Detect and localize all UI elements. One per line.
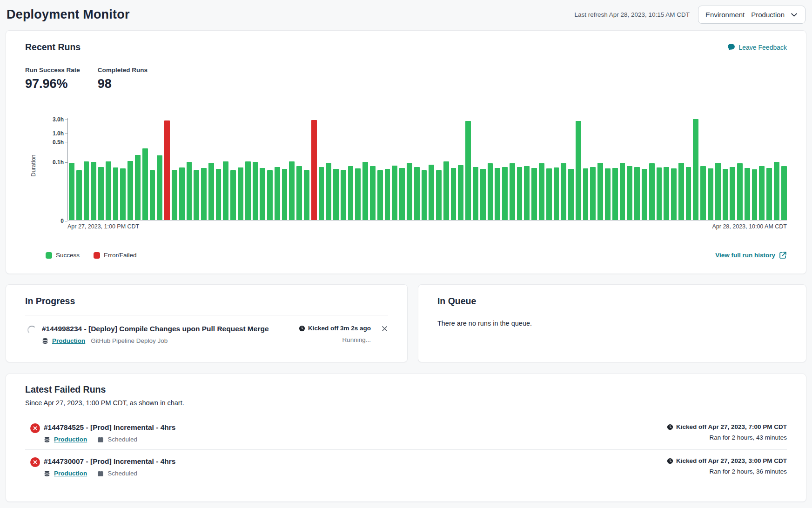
run-bar-success[interactable]	[142, 148, 148, 220]
run-bar-success[interactable]	[568, 169, 574, 220]
run-bar-success[interactable]	[414, 167, 420, 220]
run-bar-success[interactable]	[194, 170, 199, 220]
run-bar-success[interactable]	[91, 162, 96, 220]
run-bar-success[interactable]	[362, 162, 368, 220]
run-bar-success[interactable]	[187, 162, 192, 220]
run-bar-success[interactable]	[238, 167, 243, 220]
run-bar-success[interactable]	[686, 167, 691, 220]
run-bar-success[interactable]	[524, 166, 530, 220]
run-bar-success[interactable]	[392, 166, 397, 220]
run-bar-success[interactable]	[319, 167, 324, 220]
run-bar-success[interactable]	[399, 168, 405, 220]
run-bar-success[interactable]	[429, 165, 434, 220]
run-bar-success[interactable]	[597, 163, 603, 220]
run-bar-success[interactable]	[517, 167, 523, 220]
run-bar-success[interactable]	[649, 163, 655, 220]
run-bar-success[interactable]	[157, 155, 162, 220]
run-bar-success[interactable]	[759, 166, 765, 220]
run-bar-success[interactable]	[245, 161, 251, 220]
run-bar-success[interactable]	[98, 167, 104, 220]
run-bar-success[interactable]	[693, 119, 698, 220]
run-bar-success[interactable]	[326, 163, 331, 220]
run-bar-success[interactable]	[473, 167, 478, 220]
run-bar-success[interactable]	[179, 167, 185, 220]
run-bar-success[interactable]	[546, 168, 552, 220]
run-bar-success[interactable]	[84, 161, 89, 220]
run-bar-success[interactable]	[348, 166, 354, 220]
run-bar-success[interactable]	[333, 169, 339, 220]
run-bar-success[interactable]	[76, 170, 82, 220]
run-bar-success[interactable]	[150, 170, 155, 220]
run-bar-success[interactable]	[201, 168, 207, 220]
run-bar-success[interactable]	[275, 167, 280, 220]
run-bar-success[interactable]	[370, 166, 376, 220]
run-bar-success[interactable]	[341, 170, 346, 220]
run-bar-success[interactable]	[216, 169, 221, 220]
run-bar-success[interactable]	[590, 167, 596, 220]
run-bar-success[interactable]	[304, 170, 309, 220]
run-bar-success[interactable]	[774, 162, 779, 220]
run-bar-success[interactable]	[385, 169, 390, 220]
run-bar-success[interactable]	[730, 167, 735, 220]
run-bar-failed[interactable]	[164, 120, 170, 220]
run-bar-success[interactable]	[296, 166, 302, 220]
run-bar-success[interactable]	[282, 169, 288, 220]
run-bar-success[interactable]	[443, 161, 449, 220]
run-bar-success[interactable]	[715, 163, 721, 220]
production-environment-link[interactable]: Production	[54, 470, 87, 477]
run-bar-success[interactable]	[634, 167, 640, 220]
run-bar-success[interactable]	[495, 168, 500, 220]
run-bar-success[interactable]	[480, 169, 486, 220]
run-bar-success[interactable]	[781, 166, 787, 220]
run-bar-success[interactable]	[502, 167, 508, 220]
run-bar-success[interactable]	[120, 168, 126, 220]
run-bar-success[interactable]	[539, 163, 544, 220]
run-bar-success[interactable]	[253, 162, 258, 220]
run-bar-success[interactable]	[106, 161, 111, 220]
view-full-run-history-link[interactable]: View full run history	[715, 251, 787, 259]
run-bar-success[interactable]	[737, 163, 743, 220]
run-bar-success[interactable]	[451, 168, 456, 220]
close-icon[interactable]	[381, 325, 388, 332]
run-bar-success[interactable]	[531, 168, 537, 220]
run-bar-success[interactable]	[678, 163, 684, 220]
run-bar-success[interactable]	[627, 166, 632, 220]
run-bar-success[interactable]	[230, 170, 236, 220]
run-bar-success[interactable]	[510, 163, 515, 220]
run-bar-success[interactable]	[69, 163, 74, 220]
run-bar-success[interactable]	[657, 167, 662, 220]
leave-feedback-link[interactable]: Leave Feedback	[727, 43, 787, 51]
run-bar-success[interactable]	[260, 168, 265, 220]
run-bar-success[interactable]	[355, 168, 361, 220]
run-bar-success[interactable]	[289, 161, 295, 220]
production-environment-link[interactable]: Production	[52, 337, 85, 344]
run-bar-success[interactable]	[422, 170, 427, 220]
run-bar-success[interactable]	[766, 168, 772, 220]
run-bar-success[interactable]	[223, 161, 228, 220]
run-bar-success[interactable]	[135, 155, 141, 220]
run-bar-success[interactable]	[605, 168, 611, 220]
run-bar-success[interactable]	[576, 121, 581, 220]
run-bar-success[interactable]	[113, 167, 119, 220]
run-bar-success[interactable]	[708, 168, 713, 220]
run-bar-success[interactable]	[172, 170, 177, 220]
run-bar-success[interactable]	[642, 169, 647, 220]
run-bar-success[interactable]	[465, 121, 471, 220]
run-bar-success[interactable]	[407, 163, 412, 220]
run-bar-failed[interactable]	[311, 120, 317, 220]
run-bar-success[interactable]	[700, 166, 706, 220]
run-bar-success[interactable]	[752, 169, 758, 220]
run-bar-success[interactable]	[745, 168, 750, 220]
environment-select[interactable]: Environment Production	[698, 6, 805, 24]
run-bar-success[interactable]	[583, 168, 589, 220]
run-bar-success[interactable]	[671, 168, 677, 220]
run-bar-success[interactable]	[723, 169, 728, 220]
run-bar-success[interactable]	[664, 167, 669, 220]
run-bar-success[interactable]	[128, 161, 133, 220]
run-bar-success[interactable]	[436, 170, 442, 220]
run-bar-success[interactable]	[458, 165, 463, 220]
run-bar-success[interactable]	[377, 170, 383, 220]
run-bar-success[interactable]	[208, 163, 214, 220]
run-bar-success[interactable]	[554, 167, 559, 220]
run-bar-success[interactable]	[620, 163, 625, 220]
